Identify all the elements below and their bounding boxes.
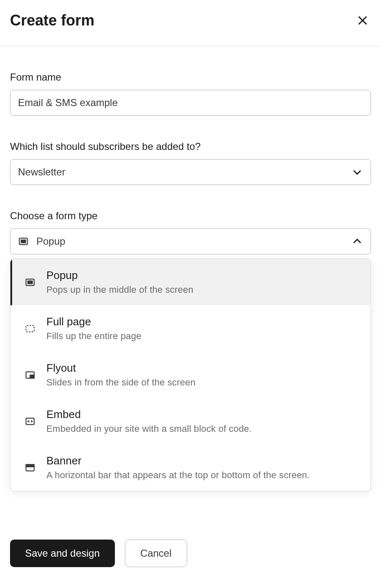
option-text: Banner A horizontal bar that appears at …: [46, 454, 310, 481]
list-select-wrapper: Newsletter: [10, 159, 371, 185]
option-desc: Slides in from the side of the screen: [46, 377, 196, 388]
svg-rect-6: [26, 325, 34, 332]
option-text: Flyout Slides in from the side of the sc…: [46, 362, 196, 388]
form-name-input[interactable]: [10, 90, 371, 116]
modal-content: Form name Which list should subscribers …: [0, 46, 381, 269]
option-desc: Fills up the entire page: [46, 331, 141, 342]
form-type-select-value: Popup: [36, 236, 65, 247]
chevron-down-icon: [351, 166, 363, 178]
form-type-option-fullpage[interactable]: Full page Fills up the entire page: [10, 305, 371, 352]
option-desc: A horizontal bar that appears at the top…: [46, 470, 310, 481]
option-desc: Embedded in your site with a small block…: [46, 423, 252, 434]
popup-icon: [25, 277, 36, 288]
fullpage-icon: [25, 323, 36, 334]
popup-icon: [18, 236, 29, 247]
modal-title: Create form: [10, 12, 94, 29]
form-name-label: Form name: [10, 71, 371, 83]
svg-rect-5: [28, 281, 33, 284]
option-title: Banner: [46, 454, 310, 467]
form-type-select-left: Popup: [18, 236, 65, 247]
form-type-option-embed[interactable]: Embed Embedded in your site with a small…: [10, 398, 371, 444]
close-button[interactable]: [354, 12, 371, 29]
option-text: Popup Pops up in the middle of the scree…: [46, 269, 193, 295]
close-icon: [356, 14, 369, 27]
banner-icon: [25, 462, 36, 473]
form-type-select[interactable]: Popup: [10, 228, 371, 254]
save-and-design-button[interactable]: Save and design: [10, 540, 115, 567]
option-title: Flyout: [46, 362, 196, 375]
list-select-label: Which list should subscribers be added t…: [10, 141, 371, 152]
form-type-option-popup[interactable]: Popup Pops up in the middle of the scree…: [10, 259, 371, 305]
form-type-option-flyout[interactable]: Flyout Slides in from the side of the sc…: [10, 352, 371, 398]
svg-rect-8: [30, 375, 34, 378]
option-title: Full page: [46, 315, 141, 328]
option-text: Embed Embedded in your site with a small…: [46, 408, 252, 434]
form-type-group: Choose a form type Popup: [10, 210, 371, 254]
modal-header: Create form: [0, 0, 381, 46]
form-type-option-banner[interactable]: Banner A horizontal bar that appears at …: [10, 444, 371, 491]
option-title: Embed: [46, 408, 252, 421]
option-text: Full page Fills up the entire page: [46, 315, 141, 342]
form-type-dropdown: Popup Pops up in the middle of the scree…: [10, 259, 371, 491]
form-type-label: Choose a form type: [10, 210, 371, 222]
option-desc: Pops up in the middle of the screen: [46, 284, 193, 295]
option-title: Popup: [46, 269, 193, 282]
form-type-select-wrapper: Popup Popup Pops up in the middle of the…: [10, 228, 371, 254]
form-name-group: Form name: [10, 71, 371, 116]
svg-rect-11: [26, 464, 34, 466]
cancel-button[interactable]: Cancel: [125, 540, 187, 567]
modal-footer: Save and design Cancel: [0, 526, 381, 588]
embed-icon: [25, 416, 36, 427]
list-select-value: Newsletter: [18, 166, 65, 178]
list-select[interactable]: Newsletter: [10, 159, 371, 185]
svg-rect-3: [21, 240, 26, 243]
chevron-up-icon: [351, 236, 363, 247]
flyout-icon: [25, 370, 36, 380]
list-select-group: Which list should subscribers be added t…: [10, 141, 371, 185]
